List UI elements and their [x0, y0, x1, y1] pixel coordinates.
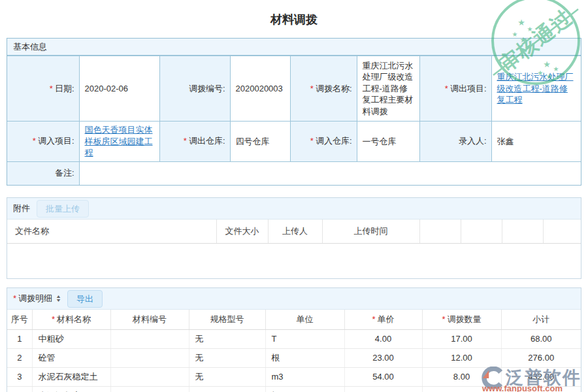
- price-cell: 54.00: [344, 367, 422, 386]
- qty-cell: 8.00: [422, 367, 501, 386]
- basic-info-panel: 基本信息 日期: 2020-02-06 调拨编号: 2020020003 调拨名…: [7, 38, 581, 186]
- unit-cell: m3: [265, 367, 344, 386]
- subtotal-cell: 276.00: [501, 348, 581, 367]
- details-label: 调拨明细: [13, 293, 52, 304]
- star-icon: ★: [512, 31, 518, 38]
- date-value: 2020-02-06: [79, 56, 159, 122]
- in-project-value-cell: 国色天香项目实体样板房区域园建工程: [79, 122, 159, 162]
- col-file-name: 文件名称: [7, 220, 216, 243]
- material-name-cell: 水泥混凝土管: [32, 386, 110, 392]
- unit-cell: 根: [265, 386, 344, 392]
- subtotal-cell: 4,167.00: [501, 386, 581, 392]
- transfer-no-label-cell: 调拨编号:: [159, 56, 230, 122]
- col-unit: 单位: [265, 310, 344, 329]
- col-empty-4: [543, 220, 581, 243]
- sort-desc-icon: ▼: [56, 299, 61, 302]
- col-subtotal: 小计: [501, 310, 581, 329]
- out-project-link[interactable]: 重庆江北污水处理厂级改造工程-道路修复工程: [497, 72, 574, 105]
- unit-cell: T: [265, 329, 344, 348]
- price-cell: 463.00: [344, 386, 422, 392]
- material-code-cell: [110, 367, 189, 386]
- col-uploader: 上传人: [268, 220, 322, 243]
- attachments-header-row: 文件名称 文件大小 上传人 上传时间: [7, 220, 581, 243]
- subtotal-cell: 432.00: [501, 367, 581, 386]
- qty-cell: 12.00: [422, 348, 501, 367]
- col-material-name: 材料名称: [32, 310, 110, 329]
- table-row: 4 水泥混凝土管 无 根 463.00 9.00 4,167.00: [7, 386, 581, 392]
- seq-cell: 1: [7, 329, 32, 348]
- basic-info-grid: 日期: 2020-02-06 调拨编号: 2020020003 调拨名称: 重庆…: [7, 56, 581, 185]
- col-material-code: 材料编号: [110, 310, 189, 329]
- details-section-header: 调拨明细 ▲ ▼ 导出: [7, 288, 581, 310]
- transfer-no-label: 调拨编号:: [189, 84, 225, 93]
- remark-label: 备注:: [55, 168, 74, 178]
- subtotal-cell: 68.00: [501, 329, 581, 348]
- material-code-cell: [110, 386, 189, 392]
- col-empty-3: [502, 220, 543, 243]
- in-project-label: 调入项目:: [33, 136, 74, 146]
- material-code-cell: [110, 329, 189, 348]
- basic-info-row-1: 日期: 2020-02-06 调拨编号: 2020020003 调拨名称: 重庆…: [7, 56, 581, 122]
- export-button[interactable]: 导出: [67, 290, 103, 308]
- col-seq: 序号: [7, 310, 32, 329]
- basic-info-section-header: 基本信息: [7, 39, 581, 56]
- material-name-cell: 水泥石灰稳定土: [32, 367, 110, 386]
- transfer-no-value: 2020020003: [230, 56, 290, 122]
- recorder-label-cell: 录入人:: [419, 122, 491, 162]
- material-name-cell: 砼管: [32, 348, 110, 367]
- in-warehouse-label-cell: 调入仓库:: [290, 122, 357, 162]
- spec-cell: 无: [189, 367, 265, 386]
- details-table: 序号 材料名称 材料编号 规格型号 单位 单价 调拨数量 小计 1 中粗砂 无 …: [7, 310, 581, 392]
- in-warehouse-value: 一号仓库: [357, 122, 419, 162]
- attachments-table: 文件名称 文件大小 上传人 上传时间: [7, 220, 581, 278]
- seq-cell: 4: [7, 386, 32, 392]
- basic-info-row-3: 备注:: [7, 161, 581, 185]
- out-project-label: 调出项目:: [445, 84, 487, 93]
- seq-cell: 2: [7, 348, 32, 367]
- spec-cell: 无: [189, 348, 265, 367]
- col-empty-1: [419, 220, 461, 243]
- table-row: 3 水泥石灰稳定土 无 m3 54.00 8.00 432.00: [7, 367, 581, 386]
- attachments-panel: 附件 批量上传 文件名称 文件大小 上传人 上传时间: [7, 197, 581, 279]
- details-header-row: 序号 材料名称 材料编号 规格型号 单位 单价 调拨数量 小计: [7, 310, 581, 329]
- col-spec: 规格型号: [189, 310, 265, 329]
- in-warehouse-label: 调入仓库:: [310, 136, 352, 146]
- attachments-label: 附件: [13, 203, 30, 214]
- col-qty: 调拨数量: [422, 310, 501, 329]
- recorder-label: 录入人:: [459, 136, 487, 146]
- remark-label-cell: 备注:: [7, 161, 79, 185]
- remark-value: [79, 161, 581, 185]
- recorder-value: 张鑫: [491, 122, 581, 162]
- date-label-cell: 日期:: [7, 56, 79, 122]
- qty-cell: 9.00: [422, 386, 501, 392]
- spec-cell: 无: [189, 329, 265, 348]
- col-upload-time: 上传时间: [322, 220, 419, 243]
- col-empty-2: [461, 220, 502, 243]
- transfer-name-label-cell: 调拨名称:: [290, 56, 357, 122]
- material-transfer-page: 材料调拨 基本信息 日期: 2020-02-06 调拨编号: 202002000…: [0, 0, 588, 392]
- unit-cell: 根: [265, 348, 344, 367]
- attachments-section-header: 附件 批量上传: [7, 198, 581, 220]
- in-project-link[interactable]: 国色天香项目实体样板房区域园建工程: [85, 125, 153, 157]
- material-code-cell: [110, 348, 189, 367]
- spec-cell: 无: [189, 386, 265, 392]
- seq-cell: 3: [7, 367, 32, 386]
- basic-info-row-2: 调入项目: 国色天香项目实体样板房区域园建工程 调出仓库: 四号仓库 调入仓库:…: [7, 122, 581, 162]
- out-project-value-cell: 重庆江北污水处理厂级改造工程-道路修复工程: [491, 56, 581, 122]
- out-project-label-cell: 调出项目:: [419, 56, 491, 122]
- transfer-name-label: 调拨名称:: [310, 84, 352, 93]
- price-cell: 4.00: [344, 329, 422, 348]
- transfer-name-value: 重庆江北污水处理厂级改造工程-道路修复工程主要材料调拨: [357, 56, 419, 122]
- out-warehouse-label: 调出仓库:: [184, 136, 225, 146]
- out-warehouse-value: 四号仓库: [230, 122, 290, 162]
- table-row: 1 中粗砂 无 T 4.00 17.00 68.00: [7, 329, 581, 348]
- batch-upload-button[interactable]: 批量上传: [37, 200, 89, 218]
- in-project-label-cell: 调入项目:: [7, 122, 79, 162]
- page-title: 材料调拨: [0, 0, 588, 27]
- sort-icon[interactable]: ▲ ▼: [56, 295, 61, 302]
- out-warehouse-label-cell: 调出仓库:: [159, 122, 230, 162]
- col-file-size: 文件大小: [216, 220, 268, 243]
- date-label: 日期:: [50, 84, 74, 93]
- attachments-empty-area: [7, 243, 581, 278]
- details-panel: 调拨明细 ▲ ▼ 导出 序号 材料名称 材料编号 规格型号 单位 单价: [7, 287, 581, 392]
